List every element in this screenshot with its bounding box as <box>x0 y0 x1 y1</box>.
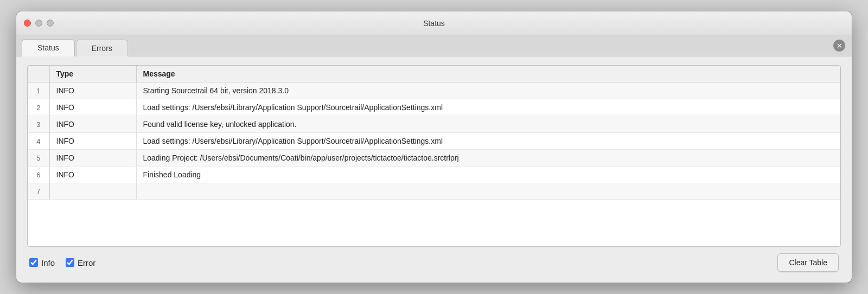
col-header-num <box>28 66 49 82</box>
cell-type: INFO <box>49 167 136 183</box>
table-row: 6INFOFinished Loading <box>28 167 840 183</box>
col-header-message: Message <box>136 66 840 82</box>
table-row: 4INFOLoad settings: /Users/ebsi/Library/… <box>28 133 840 150</box>
cell-row-num: 5 <box>28 150 49 167</box>
info-label: Info <box>41 258 55 267</box>
cell-row-num: 3 <box>28 116 49 133</box>
cell-type: INFO <box>49 116 136 133</box>
cell-message: Load settings: /Users/ebsi/Library/Appli… <box>136 133 840 150</box>
error-checkbox-item[interactable]: Error <box>66 258 95 267</box>
clear-table-button[interactable]: Clear Table <box>777 253 839 272</box>
close-traffic-light[interactable] <box>24 20 31 27</box>
table-row: 5INFOLoading Project: /Users/ebsi/Docume… <box>28 150 840 167</box>
minimize-traffic-light[interactable] <box>35 20 42 27</box>
cell-row-num: 1 <box>28 82 49 99</box>
cell-message: Load settings: /Users/ebsi/Library/Appli… <box>136 99 840 116</box>
content-area: Type Message 1INFOStarting Sourcetrail 6… <box>16 56 852 283</box>
error-label: Error <box>78 258 95 267</box>
cell-type: INFO <box>49 82 136 99</box>
tab-status[interactable]: Status <box>22 39 75 56</box>
window-title: Status <box>423 19 445 28</box>
cell-type <box>49 183 136 200</box>
cell-row-num: 4 <box>28 133 49 150</box>
table-row: 1INFOStarting Sourcetrail 64 bit, versio… <box>28 82 840 99</box>
filter-checkboxes: Info Error <box>29 258 95 267</box>
cell-row-num: 6 <box>28 167 49 183</box>
title-bar: Status <box>16 11 852 35</box>
cell-message: Starting Sourcetrail 64 bit, version 201… <box>136 82 840 99</box>
status-table: Type Message 1INFOStarting Sourcetrail 6… <box>27 65 841 247</box>
traffic-lights <box>24 20 54 27</box>
cell-message: Finished Loading <box>136 167 840 183</box>
cell-message <box>136 183 840 200</box>
cell-message: Found valid license key, unlocked applic… <box>136 116 840 133</box>
cell-type: INFO <box>49 99 136 116</box>
table-row: 2INFOLoad settings: /Users/ebsi/Library/… <box>28 99 840 116</box>
table-header-row: Type Message <box>28 66 840 82</box>
main-window: Status Status Errors ✕ Type Message <box>16 11 852 283</box>
maximize-traffic-light[interactable] <box>47 20 54 27</box>
table-row: 7 <box>28 183 840 200</box>
cell-type: INFO <box>49 150 136 167</box>
col-header-type: Type <box>49 66 136 82</box>
footer: Info Error Clear Table <box>27 247 841 274</box>
cell-row-num: 2 <box>28 99 49 116</box>
cell-type: INFO <box>49 133 136 150</box>
cell-row-num: 7 <box>28 183 49 200</box>
info-checkbox-item[interactable]: Info <box>29 258 55 267</box>
tab-errors[interactable]: Errors <box>76 40 128 56</box>
table-row: 3INFOFound valid license key, unlocked a… <box>28 116 840 133</box>
close-button[interactable]: ✕ <box>833 40 845 52</box>
cell-message: Loading Project: /Users/ebsi/Documents/C… <box>136 150 840 167</box>
info-checkbox[interactable] <box>29 258 38 267</box>
error-checkbox[interactable] <box>66 258 74 267</box>
tab-bar: Status Errors ✕ <box>16 35 852 56</box>
